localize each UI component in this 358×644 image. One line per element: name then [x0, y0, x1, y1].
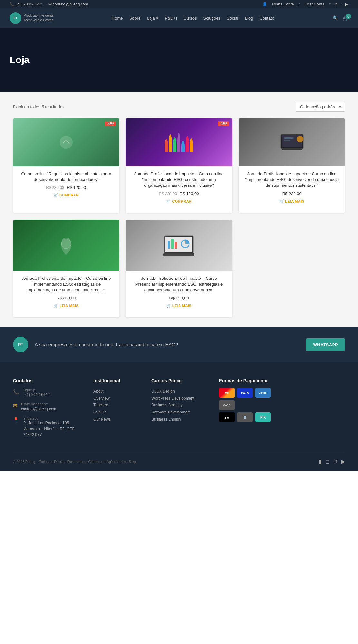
- more-button-4[interactable]: 🛒 LEIA MAIS: [53, 304, 79, 308]
- hero-title: Loja: [10, 54, 30, 65]
- more-button-3[interactable]: 🛒 LEIA MAIS: [279, 199, 305, 204]
- empty-slot: [239, 220, 345, 318]
- product-title-2: Jornada Profissional de Impacto – Curso …: [131, 171, 227, 189]
- nav-social[interactable]: Social: [227, 16, 238, 21]
- separator: /: [299, 2, 300, 6]
- youtube-icon-top[interactable]: ▶: [345, 2, 348, 6]
- product-image-4: [13, 220, 119, 271]
- product-body-4: Jornada Profissional de Impacto – Curso …: [13, 271, 119, 311]
- buy-button-1[interactable]: 🛒 COMPRAR: [53, 193, 79, 197]
- payment-icons-row2: elo 🏦 PIX: [219, 412, 284, 422]
- whatsapp-button[interactable]: WHATSAPP: [306, 338, 345, 351]
- sort-select[interactable]: Ordenação padrão: [296, 102, 345, 112]
- footer-courses: Cursos Pitecg UI/UX Design WordPress Dev…: [151, 378, 209, 442]
- facebook-icon-footer[interactable]: ▮: [319, 459, 322, 465]
- nav-pdi[interactable]: P&D+I: [165, 16, 177, 21]
- footer-link-business-strategy[interactable]: Business Strategy: [151, 402, 209, 409]
- youtube-icon-footer[interactable]: ▶: [341, 459, 345, 465]
- my-account-link[interactable]: Minha Conta: [272, 2, 294, 6]
- products-row-2: Jornada Profissional de Impacto – Curso …: [13, 220, 345, 318]
- hero-overlay: [0, 28, 358, 92]
- product-body-1: Curso on line "Requisitos legais ambient…: [13, 166, 119, 201]
- footer-link-software-dev[interactable]: Software Development: [151, 409, 209, 416]
- footer-link-about[interactable]: About: [93, 388, 142, 395]
- account-icon: 👤: [262, 2, 267, 6]
- nav-sobre[interactable]: Sobre: [129, 16, 140, 21]
- results-count: Exibindo todos 5 resultados: [13, 104, 64, 109]
- visa-icon: VISA: [237, 388, 253, 398]
- svg-rect-5: [284, 137, 294, 139]
- more-button-5[interactable]: 🛒 LEIA MAIS: [167, 304, 192, 308]
- footer-email-item: ✉ Envie mensagem contato@pitecg.com: [13, 402, 84, 412]
- footer-link-teachers[interactable]: Teachers: [93, 402, 142, 409]
- product-card-5: Jornada Profissional de Impacto – Curso …: [126, 220, 232, 318]
- phone-icon: 📞: [10, 2, 15, 6]
- nav-cursos[interactable]: Cursos: [183, 16, 197, 21]
- footer-contacts: Contatos 📞 Ligue já (21) 2042-6642 ✉ Env…: [13, 378, 84, 442]
- cart-icon[interactable]: 🛒 0: [343, 15, 348, 21]
- instagram-icon-top[interactable]: ▫: [341, 2, 342, 6]
- product-card-4: Jornada Profissional de Impacto – Curso …: [13, 220, 119, 318]
- footer-link-business-english[interactable]: Business English: [151, 416, 209, 423]
- footer-link-overview[interactable]: Overview: [93, 395, 142, 402]
- filter-bar: Exibindo todos 5 resultados Ordenação pa…: [13, 102, 345, 112]
- product-image-wrap-2: -48%: [126, 118, 232, 166]
- email-address: contato@pitecg.com: [53, 2, 88, 6]
- svg-point-7: [61, 239, 71, 249]
- svg-rect-13: [175, 242, 177, 249]
- esg-banner: PT A sua empresa está construindo uma tr…: [0, 327, 358, 362]
- product-card-2: -48% Jornada Profissional de Impacto – C…: [126, 118, 232, 213]
- amex-icon: AMEX: [255, 388, 271, 398]
- footer: Contatos 📞 Ligue já (21) 2042-6642 ✉ Env…: [0, 362, 358, 471]
- nav-home[interactable]: Home: [112, 16, 123, 21]
- footer-link-ournews[interactable]: Our News: [93, 416, 142, 423]
- footer-address: R. Jorn. Lou Pacheco, 105Maravista – Nit…: [23, 420, 74, 438]
- footer-phone-text: Ligue já (21) 2042-6642: [23, 388, 50, 398]
- phone-item: 📞 (21) 2042-6642: [10, 2, 42, 6]
- nav-loja[interactable]: Loja ▾: [147, 16, 158, 21]
- logo-icon: PT: [10, 12, 21, 24]
- product-price-2: R$ 230,00 R$ 120,00: [131, 191, 227, 196]
- logo[interactable]: PT Produção InteligenteTecnologia e Gest…: [10, 12, 53, 24]
- pix-icon: PIX: [255, 412, 271, 422]
- footer-payment-heading: Formas de Pagamento: [219, 378, 284, 383]
- esg-logo-icon: PT: [13, 337, 28, 352]
- instagram-icon-footer[interactable]: ◻: [325, 459, 330, 465]
- product-card-1: -48% Curso on line "Requisitos legais am…: [13, 118, 119, 213]
- footer-phone-item: 📞 Ligue já (21) 2042-6642: [13, 388, 84, 398]
- product-body-2: Jornada Profissional de Impacto – Curso …: [126, 166, 232, 207]
- copyright-text: © 2023 Pitecg – Todos os Direitos Reserv…: [13, 460, 136, 464]
- nav-actions: 🔍 🛒 0: [333, 15, 348, 21]
- product-badge-1: -48%: [105, 121, 116, 126]
- email-icon-footer: ✉: [13, 403, 17, 409]
- nav-blog[interactable]: Blog: [245, 16, 253, 21]
- nav-solucoes[interactable]: Soluções: [203, 16, 220, 21]
- linkedin-icon-footer[interactable]: in: [334, 459, 337, 465]
- price-old-1: R$ 230,00: [46, 185, 64, 190]
- product-image-1: [13, 118, 119, 166]
- svg-point-0: [60, 136, 73, 149]
- email-icon: ✉: [48, 2, 52, 6]
- linkedin-icon-top[interactable]: in: [334, 2, 337, 6]
- product-price-1: R$ 230,00 R$ 120,00: [18, 185, 114, 190]
- footer-courses-heading: Cursos Pitecg: [151, 378, 209, 383]
- footer-link-wordpress[interactable]: WordPress Development: [151, 395, 209, 402]
- buy-button-2[interactable]: 🛒 COMPRAR: [166, 199, 191, 204]
- footer-link-uiux[interactable]: UI/UX Design: [151, 388, 209, 395]
- footer-email-text: Envie mensagem contato@pitecg.com: [21, 402, 56, 412]
- elo-icon: elo: [219, 412, 235, 422]
- top-bar: 📞 (21) 2042-6642 ✉ contato@pitecg.com 👤 …: [0, 0, 358, 8]
- nav-contato[interactable]: Contato: [259, 16, 274, 21]
- search-icon[interactable]: 🔍: [333, 15, 338, 21]
- footer-link-joinus[interactable]: Join Us: [93, 409, 142, 416]
- product-body-3: Jornada Profissional de Impacto – Curso …: [239, 166, 345, 207]
- footer-email-address: contato@pitecg.com: [21, 406, 56, 412]
- top-bar-right: 👤 Minha Conta / Criar Conta ᴹ in ▫ ▶: [262, 2, 348, 6]
- create-account-link[interactable]: Criar Conta: [305, 2, 324, 6]
- esg-text: A sua empresa está construindo uma traje…: [35, 341, 178, 348]
- product-title-1: Curso on line "Requisitos legais ambient…: [18, 171, 114, 183]
- svg-rect-11: [168, 241, 170, 249]
- product-image-wrap-4: [13, 220, 119, 271]
- product-image-wrap-5: [126, 220, 232, 271]
- facebook-icon-top[interactable]: ᴹ: [329, 2, 331, 6]
